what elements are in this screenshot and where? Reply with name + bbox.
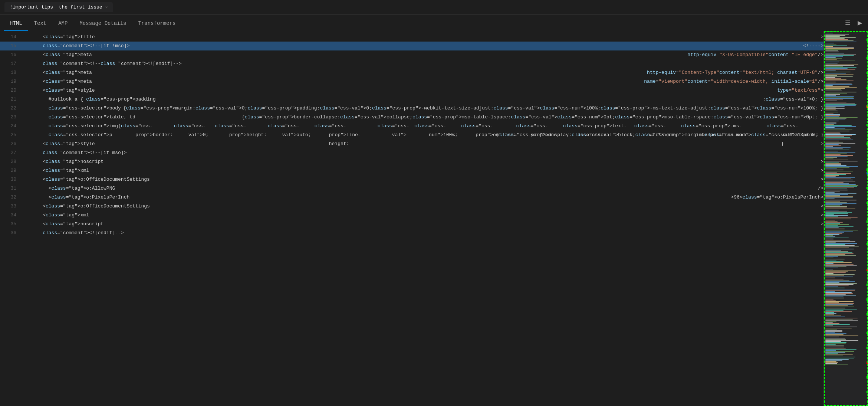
minimap[interactable] <box>823 31 868 406</box>
minimap-marker <box>867 87 868 89</box>
tab-bar: !important tips_ the first issue × <box>0 0 868 15</box>
line-gutter <box>22 50 30 59</box>
active-tab[interactable]: !important tips_ the first issue × <box>4 2 113 12</box>
line-gutter <box>22 229 30 238</box>
code-line: 17 class="comment"><!--class="comment"><… <box>0 59 823 68</box>
editor-area: 14 <class="tag">title> 15 class="comment… <box>0 31 868 406</box>
line-content: <class="tag">noscript <box>30 157 821 166</box>
code-line: 19 <class="tag">meta name="viewport" con… <box>0 77 823 86</box>
line-gutter <box>22 77 30 86</box>
minimap-marker <box>867 124 868 126</box>
line-gutter <box>22 166 30 175</box>
menu-icon: ☰ <box>845 20 850 26</box>
line-gutter <box>22 175 30 184</box>
code-line: 16 <class="tag">meta http-equiv="X-UA-Co… <box>0 50 823 59</box>
line-gutter <box>22 122 30 131</box>
tab-close-button[interactable]: × <box>105 5 108 10</box>
minimap-marker <box>867 143 868 145</box>
minimap-marker <box>867 391 868 393</box>
line-content: class="css-selector">body <box>30 104 123 113</box>
line-number: 33 <box>0 202 22 211</box>
nav-bar: HTML Text AMP Message Details Transforme… <box>0 15 868 31</box>
line-content: <class="tag">style <box>30 140 821 148</box>
line-content: <class="tag">style <box>30 86 777 95</box>
line-content: <class="tag">o:OfficeDocumentSettings <box>30 175 821 184</box>
line-gutter <box>22 202 30 211</box>
minimap-marker <box>867 202 868 204</box>
code-line: 30 <class="tag">o:OfficeDocumentSettings… <box>0 175 823 184</box>
nav-amp[interactable]: AMP <box>52 17 73 31</box>
line-gutter <box>22 148 30 157</box>
line-content: <class="tag">meta <box>30 68 647 77</box>
code-line: 23 class="css-selector">table, td { clas… <box>0 113 823 122</box>
line-number: 24 <box>0 122 22 131</box>
minimap-marker <box>867 313 868 315</box>
line-content: <class="tag">meta <box>30 50 687 59</box>
code-line: 18 <class="tag">meta http-equiv="Content… <box>0 68 823 77</box>
line-number: 19 <box>0 77 22 86</box>
line-number: 30 <box>0 175 22 184</box>
nav-actions: ☰ ▶ <box>843 18 864 28</box>
line-content: class="css-selector">p <box>30 131 496 140</box>
line-number: 28 <box>0 157 22 166</box>
line-number: 35 <box>0 220 22 229</box>
nav-html[interactable]: HTML <box>4 17 28 31</box>
line-content: <class="tag">noscript <box>30 220 821 229</box>
minimap-marker <box>867 220 868 223</box>
line-content: class="comment"><!--[if mso]> <box>30 148 823 157</box>
minimap-marker <box>867 243 868 245</box>
line-gutter <box>22 211 30 220</box>
line-content: <class="tag">meta <box>30 77 644 86</box>
line-content: class="comment"><!--[if !mso]> <box>30 42 803 50</box>
line-gutter <box>22 157 30 166</box>
line-gutter <box>22 193 30 202</box>
line-number: 34 <box>0 211 22 220</box>
code-line: 35 <class="tag">noscript> <box>0 220 823 229</box>
code-panel[interactable]: 14 <class="tag">title> 15 class="comment… <box>0 31 823 406</box>
minimap-marker <box>867 347 868 349</box>
code-line: 27 class="comment"><!--[if mso]> <box>0 148 823 157</box>
line-gutter <box>22 95 30 104</box>
line-gutter <box>22 140 30 148</box>
line-gutter <box>22 68 30 77</box>
line-number: 20 <box>0 86 22 95</box>
line-content: <class="tag">xml <box>30 211 821 220</box>
code-line: 25 class="css-selector">p { class="css-p… <box>0 131 823 140</box>
minimap-marker <box>867 361 868 364</box>
line-content: #outlook a { class="css-prop">padding <box>30 95 763 104</box>
preview-button[interactable]: ▶ <box>855 18 864 28</box>
line-number: 31 <box>0 184 22 193</box>
minimap-marker <box>867 187 868 189</box>
code-line: 36 class="comment"><![endif]--> <box>0 229 823 238</box>
line-gutter <box>22 33 30 42</box>
minimap-marker <box>867 57 868 59</box>
nav-transformers[interactable]: Transformers <box>132 17 181 31</box>
line-number: 22 <box>0 104 22 113</box>
minimap-marker <box>867 168 868 171</box>
line-content: class="css-selector">img <box>30 122 118 131</box>
line-number: 18 <box>0 68 22 77</box>
minimap-marker <box>867 298 868 301</box>
line-content: class="css-selector">table, td <box>30 113 242 122</box>
line-number: 23 <box>0 113 22 122</box>
minimap-marker <box>867 72 868 74</box>
line-content: class="comment"><![endif]--> <box>30 229 823 238</box>
line-number: 27 <box>0 148 22 157</box>
code-line: 15 class="comment"><!--[if !mso]><!----> <box>0 42 823 50</box>
tab-title: !important tips_ the first issue <box>10 4 102 10</box>
nav-message-details[interactable]: Message Details <box>73 17 132 31</box>
line-gutter <box>22 131 30 140</box>
line-gutter <box>22 59 30 68</box>
code-line: 20 <class="tag">style type="text/css"> <box>0 86 823 95</box>
line-content: <class="tag">o:PixelsPerInch <box>30 193 731 202</box>
line-number: 36 <box>0 229 22 238</box>
line-content: <class="tag">title <box>30 33 821 42</box>
code-line: 32 <class="tag">o:PixelsPerInch>96<class… <box>0 193 823 202</box>
line-number: 16 <box>0 50 22 59</box>
nav-text[interactable]: Text <box>28 17 53 31</box>
menu-button[interactable]: ☰ <box>843 18 852 28</box>
minimap-marker <box>867 172 868 174</box>
code-line: 28 <class="tag">noscript> <box>0 157 823 166</box>
code-line: 24 class="css-selector">img { class="css… <box>0 122 823 131</box>
minimap-marker <box>867 269 868 271</box>
